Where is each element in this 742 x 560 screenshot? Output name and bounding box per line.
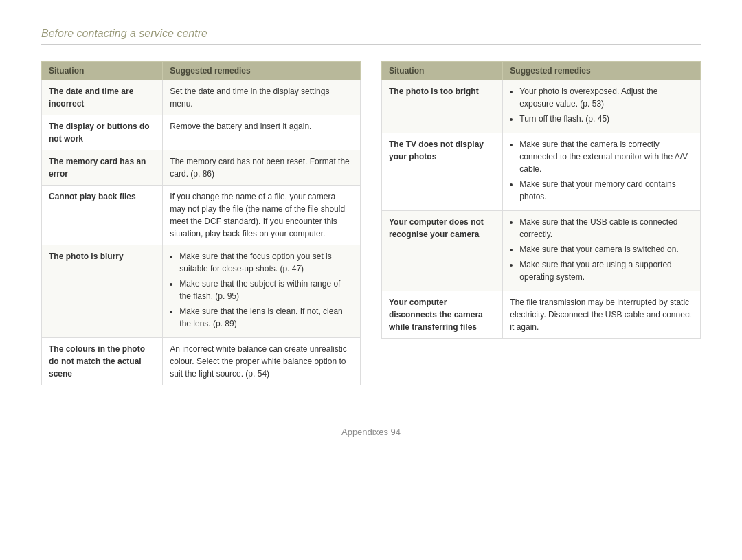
- list-item: Make sure that the lens is clean. If not…: [179, 305, 353, 330]
- left-table-header-situation: Situation: [42, 62, 163, 80]
- table-row: The photo is blurryMake sure that the fo…: [42, 245, 361, 338]
- remedy-cell: Set the date and time in the display set…: [163, 80, 361, 115]
- table-row: The date and time are incorrectSet the d…: [42, 80, 361, 115]
- situation-cell: The photo is too bright: [382, 80, 503, 133]
- list-item: Make sure that your camera is switched o…: [519, 243, 693, 256]
- list-item: Turn off the flash. (p. 45): [519, 113, 693, 125]
- table-row: Cannot play back filesIf you change the …: [42, 186, 361, 245]
- table-row: The TV does not display your photosMake …: [382, 133, 701, 211]
- list-item: Make sure that you are using a supported…: [519, 258, 693, 283]
- situation-cell: The TV does not display your photos: [382, 133, 503, 211]
- list-item: Make sure that the camera is correctly c…: [519, 138, 693, 175]
- remedy-cell: Make sure that the camera is correctly c…: [503, 133, 701, 211]
- right-table: Situation Suggested remedies The photo i…: [381, 61, 701, 385]
- list-item: Make sure that the USB cable is connecte…: [519, 216, 693, 240]
- situation-cell: The photo is blurry: [42, 245, 163, 338]
- left-table-header-remedy: Suggested remedies: [163, 62, 361, 80]
- situation-cell: Your computer does not recognise your ca…: [382, 211, 503, 291]
- situation-cell: The memory card has an error: [42, 150, 163, 186]
- remedy-cell: Make sure that the USB cable is connecte…: [503, 211, 701, 291]
- right-table-header-remedy: Suggested remedies: [503, 62, 701, 80]
- situation-cell: The display or buttons do not work: [42, 115, 163, 150]
- table-row: The display or buttons do not workRemove…: [42, 115, 361, 150]
- situation-cell: The date and time are incorrect: [42, 80, 163, 115]
- remedy-cell: An incorrect white balance can create un…: [163, 338, 361, 385]
- page-title: Before contacting a service centre: [41, 27, 701, 45]
- situation-cell: The colours in the photo do not match th…: [42, 338, 163, 385]
- remedy-cell: Your photo is overexposed. Adjust the ex…: [503, 80, 701, 133]
- remedy-cell: If you change the name of a file, your c…: [163, 186, 361, 245]
- remedy-cell: Remove the battery and insert it again.: [163, 115, 361, 150]
- list-item: Make sure that the subject is within ran…: [179, 278, 353, 302]
- table-row: Your computer disconnects the camera whi…: [382, 291, 701, 339]
- list-item: Your photo is overexposed. Adjust the ex…: [519, 85, 693, 110]
- table-row: The photo is too brightYour photo is ove…: [382, 80, 701, 133]
- remedy-cell: The memory card has not been reset. Form…: [163, 150, 361, 186]
- situation-cell: Cannot play back files: [42, 186, 163, 245]
- list-item: Make sure that your memory card contains…: [519, 178, 693, 203]
- table-row: The memory card has an errorThe memory c…: [42, 150, 361, 186]
- situation-cell: Your computer disconnects the camera whi…: [382, 291, 503, 339]
- right-table-header-situation: Situation: [382, 62, 503, 80]
- footer: Appendixes 94: [41, 427, 701, 437]
- left-table: Situation Suggested remedies The date an…: [41, 61, 361, 385]
- table-row: Your computer does not recognise your ca…: [382, 211, 701, 291]
- table-row: The colours in the photo do not match th…: [42, 338, 361, 385]
- remedy-cell: Make sure that the focus option you set …: [163, 245, 361, 338]
- remedy-cell: The file transmission may be interrupted…: [503, 291, 701, 339]
- list-item: Make sure that the focus option you set …: [179, 250, 353, 275]
